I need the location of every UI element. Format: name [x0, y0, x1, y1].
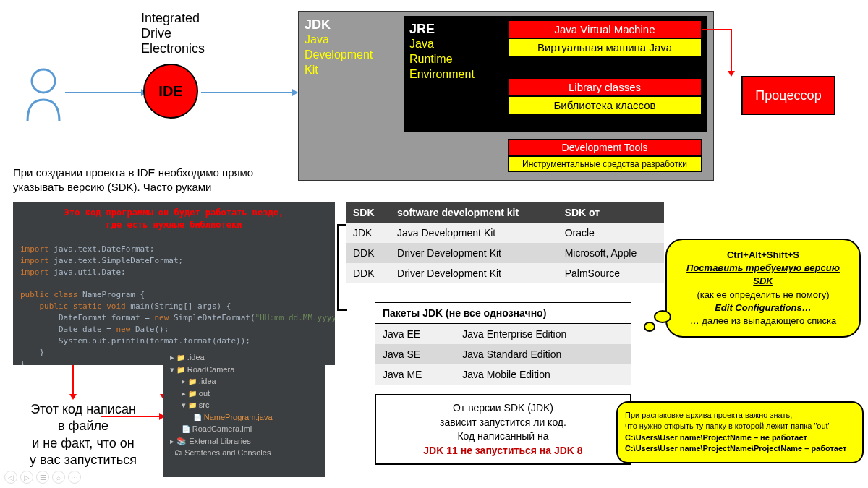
- dev-block: Development Tools Инструментальные средс…: [508, 139, 702, 172]
- play-icon[interactable]: ▷: [20, 471, 33, 484]
- note-ide-sdk: При создании проекта в IDE необходимо пр…: [13, 166, 302, 194]
- warn-box: От версии SDK (JDK) зависит запустится л…: [375, 394, 631, 465]
- ide-circle: IDE: [143, 64, 198, 119]
- prev-slide-icon[interactable]: ◁: [4, 471, 17, 484]
- arrow-jvm-proc-h: [702, 29, 731, 30]
- bubble-shortcut: Ctrl+Alt+Shift+S Поставить требуемую вер…: [665, 239, 861, 338]
- zoom-icon[interactable]: ⌕: [52, 471, 65, 484]
- arrow-jvm-proc-v: [731, 29, 732, 71]
- lib-en: Library classes: [508, 78, 702, 96]
- dev-ru: Инструментальные средства разработки: [508, 156, 702, 172]
- arrow-user-to-ide: [65, 92, 141, 93]
- dev-en: Development Tools: [508, 139, 702, 156]
- ide-abbr: IDE: [158, 83, 182, 100]
- table-row: DDKDriver Development KitMicrosoft, Appl…: [346, 243, 664, 263]
- arrow-ide-to-jdk: [201, 92, 292, 93]
- table-row: Java MEJava Mobile Edition: [375, 364, 631, 385]
- user-icon: [22, 65, 65, 123]
- lib-block: Library classes Библиотека классов: [508, 78, 702, 114]
- code-panel: Это код программы он будет работать везд…: [13, 202, 335, 365]
- jvm-en: Java Virtual Machine: [508, 20, 702, 38]
- pkg-table: Пакеты JDK (не все однозначно) Java EEJa…: [375, 302, 631, 385]
- lib-ru: Библиотека классов: [508, 96, 702, 114]
- table-row: Java SEJava Standard Edition: [375, 344, 631, 364]
- note-code-file: Этот код написан в файле и не факт, что …: [11, 401, 156, 469]
- table-row: Java EEJava Enterprise Edition: [375, 324, 631, 345]
- ide-full-label: Integrated Drive Electronics: [141, 11, 205, 56]
- project-tree: ▸ .idea ▾ RoadCamera ▸ .idea ▸ out ▾ src…: [163, 347, 326, 477]
- processor-box: Процессор: [741, 76, 835, 115]
- arrow-code-down2: [72, 365, 74, 394]
- bubble-unpack: При распаковке архива проекта важно знат…: [616, 401, 864, 463]
- sdk-table: SDK software development kit SDK от JDKJ…: [346, 202, 664, 283]
- jvm-block: Java Virtual Machine Виртуальная машина …: [508, 20, 702, 56]
- jvm-ru: Виртуальная машина Java: [508, 38, 702, 56]
- menu-icon[interactable]: ☰: [36, 471, 49, 484]
- slide-controls[interactable]: ◁ ▷ ☰ ⌕ ⋯: [4, 471, 81, 484]
- more-icon[interactable]: ⋯: [68, 471, 81, 484]
- table-row: DDKDriver Development KitPalmSource: [346, 263, 664, 283]
- table-row: JDKJava Development KitOracle: [346, 223, 664, 243]
- svg-point-0: [32, 69, 55, 93]
